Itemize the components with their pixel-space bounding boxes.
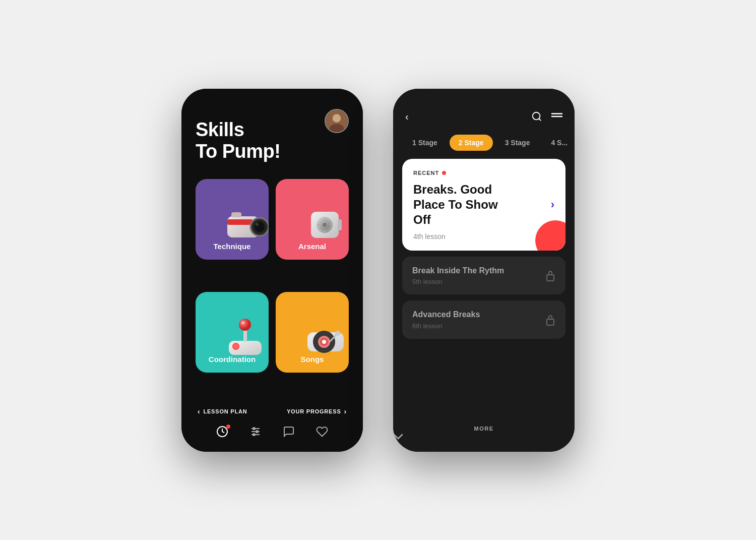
skill-card-technique[interactable]: Technique	[196, 179, 269, 260]
svg-rect-48	[547, 275, 554, 281]
skills-grid: Technique	[196, 179, 349, 398]
lesson-plan-chevron: ‹	[198, 407, 200, 415]
right-phone: ‹	[393, 89, 575, 452]
svg-point-26	[239, 319, 251, 331]
stage-tab-3[interactable]: 3 Stage	[496, 135, 539, 151]
right-header: ‹	[393, 89, 575, 131]
more-section[interactable]: MORE	[393, 417, 575, 452]
menu-icon[interactable]	[551, 112, 562, 121]
lesson-info-1: Break Inside The Rythm 5th lesson	[412, 266, 504, 286]
lesson-info-2: Advanced Breaks 6th lesson	[412, 310, 480, 330]
technique-label: Technique	[214, 242, 251, 251]
svg-point-23	[233, 344, 238, 349]
heart-icon[interactable]	[316, 426, 328, 438]
stage-tab-4[interactable]: 4 S...	[542, 135, 575, 151]
avatar[interactable]	[325, 109, 349, 133]
search-icon[interactable]	[531, 111, 542, 122]
stage-tabs: 1 Stage 2 Stage 3 Stage 4 S...	[393, 131, 575, 159]
lesson-title-2: Advanced Breaks	[412, 310, 480, 320]
progress-chevron: ›	[344, 407, 347, 415]
stage-tab-1[interactable]: 1 Stage	[403, 135, 447, 151]
coordination-icon	[223, 315, 269, 360]
recent-decoration	[535, 220, 565, 251]
stage-tab-2[interactable]: 2 Stage	[450, 135, 493, 151]
svg-line-45	[539, 118, 541, 121]
lesson-card-1[interactable]: Break Inside The Rythm 5th lesson	[402, 257, 565, 295]
your-progress-nav[interactable]: YOUR PROGRESS ›	[287, 407, 347, 415]
chat-icon[interactable]	[283, 426, 295, 438]
recent-lesson: 4th lesson	[413, 232, 554, 241]
svg-point-24	[250, 342, 255, 346]
svg-point-44	[533, 112, 540, 120]
header-actions	[531, 111, 562, 122]
arsenal-label: Arsenal	[298, 242, 326, 251]
svg-rect-16	[338, 219, 342, 230]
lock-icon-1	[545, 269, 555, 281]
clock-icon[interactable]	[216, 426, 228, 438]
sliders-icon[interactable]	[249, 426, 262, 438]
lock-icon-2	[545, 314, 555, 326]
right-screen: ‹	[393, 89, 575, 452]
left-phone: Skills To Pump!	[181, 89, 363, 452]
back-button[interactable]: ‹	[405, 111, 409, 123]
svg-point-43	[253, 434, 255, 436]
skill-card-songs[interactable]: Songs	[276, 292, 349, 373]
notification-dot	[226, 425, 230, 429]
coordination-label: Coordination	[209, 355, 256, 364]
arsenal-icon	[303, 202, 349, 247]
skill-card-arsenal[interactable]: Arsenal	[276, 179, 349, 260]
lesson-title-1: Break Inside The Rythm	[412, 266, 504, 276]
bottom-icons	[196, 422, 349, 442]
svg-point-15	[323, 223, 327, 227]
recent-dot	[442, 171, 446, 175]
avatar-container[interactable]	[325, 109, 349, 133]
svg-point-1	[333, 114, 341, 123]
recent-title: Breaks. Good Place To Show Off	[413, 182, 514, 227]
recent-label: RECENT	[413, 170, 554, 176]
recent-card[interactable]: RECENT Breaks. Good Place To Show Off 4t…	[402, 159, 565, 251]
more-chevron	[393, 434, 575, 440]
lesson-card-2[interactable]: Advanced Breaks 6th lesson	[402, 301, 565, 339]
svg-point-34	[322, 340, 326, 344]
recent-arrow: ›	[551, 198, 554, 211]
svg-point-10	[256, 223, 259, 226]
songs-label: Songs	[301, 355, 324, 364]
svg-rect-49	[547, 319, 554, 325]
technique-icon	[223, 202, 269, 247]
lesson-plan-nav[interactable]: ‹ LESSON PLAN	[198, 407, 247, 415]
svg-rect-5	[227, 219, 253, 225]
songs-icon	[303, 315, 349, 360]
more-label: MORE	[393, 426, 575, 432]
svg-point-42	[256, 431, 258, 433]
lesson-number-1: 5th lesson	[412, 278, 504, 285]
content-area: RECENT Breaks. Good Place To Show Off 4t…	[393, 159, 575, 417]
svg-point-27	[241, 321, 244, 324]
skill-card-coordination[interactable]: Coordination	[196, 292, 269, 373]
svg-point-41	[253, 428, 255, 430]
lesson-number-2: 6th lesson	[412, 322, 480, 330]
bottom-nav-text: ‹ LESSON PLAN YOUR PROGRESS ›	[196, 407, 349, 415]
svg-rect-6	[231, 212, 241, 217]
svg-point-36	[335, 331, 340, 336]
left-screen: Skills To Pump!	[181, 89, 363, 452]
avatar-image	[326, 110, 348, 132]
